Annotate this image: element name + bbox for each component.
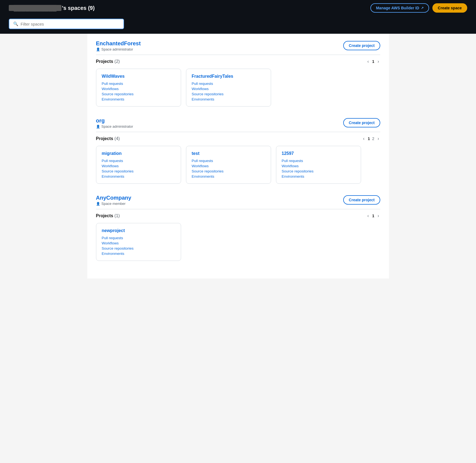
space-header-any-company: AnyCompany👤Space memberCreate project (96, 195, 380, 206)
title-username: ███████████ (9, 5, 61, 11)
pagination-org: ‹12› (362, 136, 380, 141)
space-role-org: 👤Space administrator (96, 124, 133, 129)
person-icon: 👤 (96, 202, 100, 206)
project-link-environments-wild-waves[interactable]: Environments (102, 97, 175, 101)
projects-grid-org: migrationPull requestsWorkflowsSource re… (96, 146, 380, 184)
projects-bar-any-company: Projects (1)‹1› (96, 209, 380, 219)
project-link-pull-requests-wild-waves[interactable]: Pull requests (102, 82, 175, 86)
project-card-newproject: newprojectPull requestsWorkflowsSource r… (96, 223, 181, 261)
project-link-source-repositories-newproject[interactable]: Source repositories (102, 246, 175, 250)
project-link-pull-requests-test[interactable]: Pull requests (192, 159, 265, 163)
space-info-org: org👤Space administrator (96, 118, 133, 129)
project-link-pull-requests-12597[interactable]: Pull requests (282, 159, 355, 163)
pagination-next-enchanted-forest[interactable]: › (376, 59, 380, 64)
project-link-environments-newproject[interactable]: Environments (102, 252, 175, 256)
external-link-icon: ↗ (421, 6, 424, 10)
pagination-current-enchanted-forest: 1 (372, 59, 374, 64)
project-name-fractured-fairy-tales[interactable]: FracturedFairyTales (192, 74, 265, 79)
header-actions: Manage AWS Builder ID ↗ Create space (370, 3, 467, 13)
space-section-org: org👤Space administratorCreate projectPro… (96, 118, 380, 184)
page-title: ███████████'s spaces (9) (9, 5, 95, 11)
space-role-enchanted-forest: 👤Space administrator (96, 47, 141, 51)
project-link-workflows-wild-waves[interactable]: Workflows (102, 87, 175, 91)
project-link-source-repositories-wild-waves[interactable]: Source repositories (102, 92, 175, 96)
projects-count-org: (4) (114, 136, 120, 141)
pagination-enchanted-forest: ‹1› (366, 59, 380, 64)
space-info-any-company: AnyCompany👤Space member (96, 195, 131, 206)
projects-grid-any-company: newprojectPull requestsWorkflowsSource r… (96, 223, 380, 261)
search-icon: 🔍 (13, 21, 18, 26)
projects-label-any-company: Projects (1) (96, 213, 120, 218)
project-link-environments-12597[interactable]: Environments (282, 174, 355, 178)
space-section-enchanted-forest: EnchantedForest👤Space administratorCreat… (96, 40, 380, 107)
project-name-12597[interactable]: 12597 (282, 151, 355, 156)
projects-bar-org: Projects (4)‹12› (96, 132, 380, 141)
spaces-list: EnchantedForest👤Space administratorCreat… (96, 40, 380, 261)
projects-count-enchanted-forest: (2) (114, 59, 120, 64)
pagination-next-org[interactable]: › (376, 136, 380, 141)
create-project-button-any-company[interactable]: Create project (343, 195, 380, 205)
project-link-workflows-fractured-fairy-tales[interactable]: Workflows (192, 87, 265, 91)
pagination-any-company: ‹1› (366, 213, 380, 219)
project-link-environments-fractured-fairy-tales[interactable]: Environments (192, 97, 265, 101)
space-name-link-any-company[interactable]: AnyCompany (96, 195, 131, 201)
project-links-newproject: Pull requestsWorkflowsSource repositorie… (102, 236, 175, 256)
search-input-wrapper: 🔍 (9, 19, 124, 29)
project-name-test[interactable]: test (192, 151, 265, 156)
project-link-pull-requests-newproject[interactable]: Pull requests (102, 236, 175, 240)
project-links-test: Pull requestsWorkflowsSource repositorie… (192, 159, 265, 178)
project-links-wild-waves: Pull requestsWorkflowsSource repositorie… (102, 82, 175, 101)
pagination-prev-org[interactable]: ‹ (362, 136, 365, 141)
search-bar-section: 🔍 (0, 16, 476, 34)
project-name-migration[interactable]: migration (102, 151, 175, 156)
projects-grid-enchanted-forest: WildWavesPull requestsWorkflowsSource re… (96, 69, 380, 107)
space-info-enchanted-forest: EnchantedForest👤Space administrator (96, 40, 141, 51)
create-space-button[interactable]: Create space (432, 3, 467, 13)
person-icon: 👤 (96, 48, 100, 51)
project-link-workflows-12597[interactable]: Workflows (282, 164, 355, 168)
project-link-source-repositories-fractured-fairy-tales[interactable]: Source repositories (192, 92, 265, 96)
project-card-fractured-fairy-tales: FracturedFairyTalesPull requestsWorkflow… (186, 69, 271, 107)
project-link-workflows-test[interactable]: Workflows (192, 164, 265, 168)
project-link-environments-test[interactable]: Environments (192, 174, 265, 178)
create-project-button-org[interactable]: Create project (343, 118, 380, 127)
pagination-next-any-company[interactable]: › (376, 213, 380, 219)
project-name-wild-waves[interactable]: WildWaves (102, 74, 175, 79)
pagination-current-org: 1 (368, 136, 370, 141)
page-header: ███████████'s spaces (9) Manage AWS Buil… (0, 0, 476, 16)
project-card-test: testPull requestsWorkflowsSource reposit… (186, 146, 271, 184)
role-text-org: Space administrator (102, 124, 133, 129)
project-link-source-repositories-12597[interactable]: Source repositories (282, 169, 355, 173)
pagination-prev-any-company[interactable]: ‹ (366, 213, 370, 219)
project-links-12597: Pull requestsWorkflowsSource repositorie… (282, 159, 355, 178)
person-icon: 👤 (96, 125, 100, 129)
project-link-environments-migration[interactable]: Environments (102, 174, 175, 178)
project-card-migration: migrationPull requestsWorkflowsSource re… (96, 146, 181, 184)
role-text-enchanted-forest: Space administrator (102, 47, 133, 51)
project-card-12597: 12597Pull requestsWorkflowsSource reposi… (276, 146, 361, 184)
create-project-button-enchanted-forest[interactable]: Create project (343, 41, 380, 50)
pagination-current-any-company: 1 (372, 214, 374, 218)
projects-bar-enchanted-forest: Projects (2)‹1› (96, 55, 380, 64)
projects-label-enchanted-forest: Projects (2) (96, 59, 120, 64)
space-role-any-company: 👤Space member (96, 202, 131, 206)
main-content: EnchantedForest👤Space administratorCreat… (87, 34, 389, 278)
project-links-fractured-fairy-tales: Pull requestsWorkflowsSource repositorie… (192, 82, 265, 101)
space-name-link-enchanted-forest[interactable]: EnchantedForest (96, 40, 141, 46)
filter-spaces-input[interactable] (21, 22, 97, 26)
space-section-any-company: AnyCompany👤Space memberCreate projectPro… (96, 195, 380, 261)
pagination-prev-enchanted-forest[interactable]: ‹ (366, 59, 370, 64)
project-link-source-repositories-migration[interactable]: Source repositories (102, 169, 175, 173)
project-link-workflows-migration[interactable]: Workflows (102, 164, 175, 168)
manage-aws-builder-id-button[interactable]: Manage AWS Builder ID ↗ (370, 3, 429, 13)
projects-label-org: Projects (4) (96, 136, 120, 141)
project-link-workflows-newproject[interactable]: Workflows (102, 241, 175, 245)
role-text-any-company: Space member (102, 202, 126, 206)
project-link-pull-requests-fractured-fairy-tales[interactable]: Pull requests (192, 82, 265, 86)
project-link-pull-requests-migration[interactable]: Pull requests (102, 159, 175, 163)
pagination-page2-org[interactable]: 2 (372, 136, 374, 141)
projects-count-any-company: (1) (114, 213, 120, 218)
project-name-newproject[interactable]: newproject (102, 228, 175, 233)
project-link-source-repositories-test[interactable]: Source repositories (192, 169, 265, 173)
space-name-link-org[interactable]: org (96, 118, 105, 124)
